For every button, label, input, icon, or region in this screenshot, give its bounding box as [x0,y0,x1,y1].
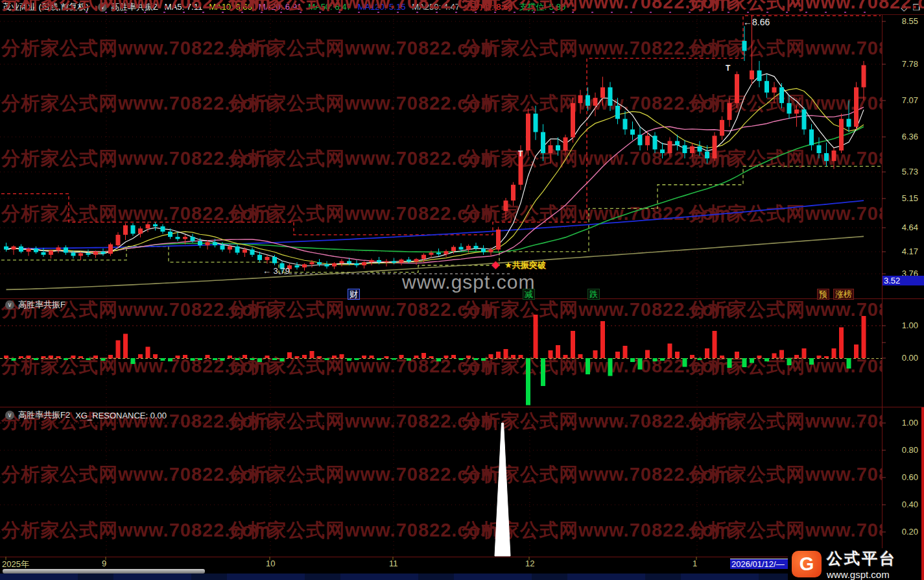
indicator-value: MA250: 4.47 [412,2,460,12]
histogram-bar [93,356,98,358]
candle [325,264,329,266]
candle [340,261,344,263]
histogram-bar [832,348,836,358]
candle [742,41,747,51]
histogram-bar [414,356,419,358]
indicator-toggle-icon[interactable]: ∨ [98,3,107,12]
histogram-bar [64,358,68,360]
candle [429,253,434,255]
price-tick-label: 7.78 [884,59,918,69]
candle [489,250,493,252]
candle [49,250,53,254]
histogram-bar [161,358,165,361]
histogram-bar [168,358,172,361]
histogram-bar [235,358,240,360]
candle [302,264,307,267]
candle [27,248,31,252]
panel-f2-tick-label: 0.80 [884,445,918,455]
candle [600,88,605,98]
peak-price-annotation: ←8.66 [743,17,770,27]
candle [466,246,471,250]
histogram-bar [705,348,709,358]
histogram-bar [600,321,605,358]
histogram-bar [399,355,404,358]
histogram-bar [41,356,46,358]
candle [131,225,136,234]
histogram-bar [325,358,329,360]
panel-f-title: 高胜率共振F [18,299,65,311]
candle [153,224,158,226]
candle [824,153,829,161]
window-icon[interactable]: ❒ [912,3,920,12]
chart-tab-减[interactable]: 减 [523,289,535,300]
diamond-icon[interactable]: ◇ [901,3,907,12]
histogram-bar [317,356,322,358]
candle [310,262,314,264]
candle [385,261,389,263]
histogram-bar [138,354,143,358]
candle [56,247,61,250]
histogram-bar [131,358,136,364]
chart-tab-跌[interactable]: 跌 [587,289,600,300]
histogram-bar [526,358,530,405]
histogram-bar [407,358,411,361]
histogram-bar [608,358,613,376]
histogram-bar [71,356,76,358]
indicator-value: MA20: 6.91 [259,2,302,12]
histogram-bar [153,354,158,358]
histogram-bar [392,358,396,360]
histogram-bar [824,356,829,358]
chart-tab-涨榜[interactable]: 涨榜 [833,289,854,300]
panel-f-tick-label: 0.00 [884,353,918,363]
histogram-bar [429,356,434,358]
panel-f2-status: XG_RESONANCE: 0.00 [75,411,167,420]
chart-tab-预[interactable]: 预 [817,289,829,300]
panel-f-toggle-icon[interactable]: ∨ [5,300,14,309]
histogram-bar [504,349,508,358]
candle [213,242,217,245]
candle [138,228,143,234]
histogram-bar [549,350,553,358]
crosshair-price-box: 3.52 [883,276,924,285]
histogram-bar [728,358,732,368]
candle [496,230,501,250]
histogram-bar [206,355,210,358]
histogram-bar [690,355,694,358]
candle [78,253,83,256]
histogram-bar [698,358,702,360]
histogram-bar [847,358,851,369]
histogram-bar [668,344,672,359]
histogram-bar [720,356,724,358]
histogram-bar [593,350,598,358]
candle [176,237,180,239]
candle [377,260,381,262]
candle [653,136,657,149]
t-marker: T [726,64,730,73]
candle [698,146,702,151]
histogram-bar [787,358,792,365]
candle [421,255,426,259]
panel-f2-toggle-icon[interactable]: ∨ [5,411,14,420]
candle [750,71,754,80]
candle [474,246,479,248]
histogram-bar [817,356,822,358]
time-axis-label: 1 [693,559,697,568]
horizontal-scrollbar-thumb[interactable] [3,569,205,574]
candle [451,247,456,251]
candle [526,114,530,151]
histogram-bar [362,356,366,358]
candle [228,247,232,250]
indicator-value: 支撑位: 5.80 [519,2,566,12]
candle [355,263,359,265]
candle [735,74,739,103]
chart-tab-财[interactable]: 财 [348,289,360,300]
histogram-bar [377,358,381,360]
candle [317,262,322,264]
candle [705,152,709,159]
candle [183,237,187,239]
histogram-bar [228,356,232,358]
histogram-bar [4,356,8,358]
histogram-bar [370,356,374,358]
candle [638,135,643,145]
resonance-breakout-label: ★共振突破 [504,260,546,271]
